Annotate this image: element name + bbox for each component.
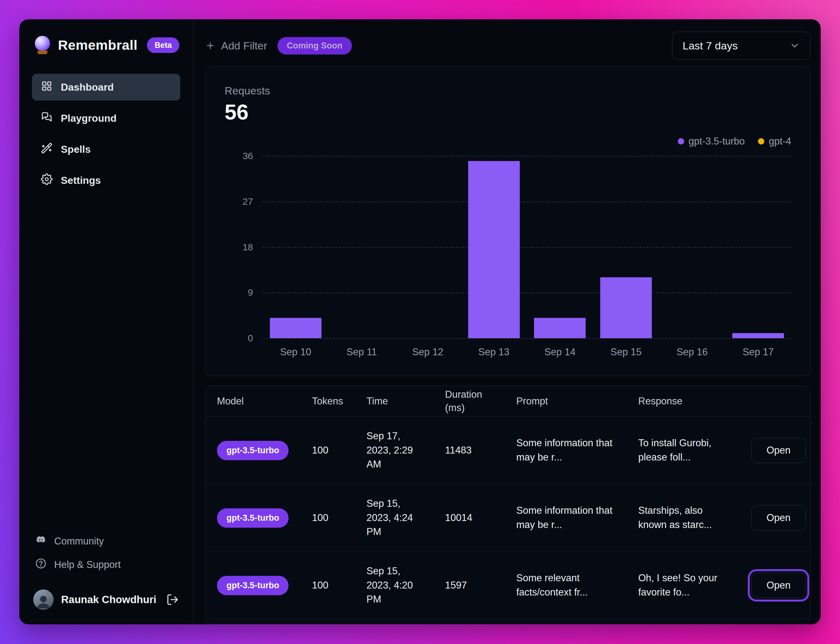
bar-sep-15-gpt-3-5-turbo[interactable] [600,277,652,338]
sidebar-nav: DashboardPlaygroundSpellsSettings [32,74,180,194]
open-cell: Open [751,505,806,531]
bars [263,156,791,338]
model-badge: gpt-3.5-turbo [217,576,288,595]
model-cell: gpt-3.5-turbo [217,508,312,528]
chevron-down-icon [789,40,800,51]
sidebar-item-label: Dashboard [61,81,114,93]
bar-column-sep-12 [395,156,461,338]
logo-row: Remembrall Beta [32,36,180,54]
plot-area [263,156,791,338]
avatar [33,590,54,610]
crystal-ball-logo [34,36,51,54]
tokens-cell: 100 [312,445,367,456]
sidebar-item-label: Settings [61,175,101,186]
response-cell: To install Gurobi, please foll... [638,436,727,465]
table-body: gpt-3.5-turbo100Sep 17, 2023, 2:29 AM114… [206,417,810,619]
bar-column-sep-17 [725,156,791,338]
requests-bar-chart: 09182736 [224,156,791,338]
legend-dot [758,138,764,145]
open-cell: Open [751,573,806,598]
dashboard-grid-icon [41,80,52,94]
chat-bubbles-icon [41,111,52,125]
prompt-cell: Some information that may be r... [516,436,617,465]
add-filter-button[interactable]: Add Filter Coming Soon [205,37,352,54]
sidebar-item-settings[interactable]: Settings [32,167,180,194]
add-filter-label: Add Filter [221,39,267,52]
bar-column-sep-15 [593,156,659,338]
x-axis-labels: Sep 10Sep 11Sep 12Sep 13Sep 14Sep 15Sep … [263,347,791,358]
x-tick-label: Sep 12 [395,347,461,358]
model-badge: gpt-3.5-turbo [217,508,288,528]
date-range-select[interactable]: Last 7 days [672,32,811,59]
footer-item-label: Community [54,536,104,547]
x-tick-label: Sep 10 [263,347,329,358]
model-badge: gpt-3.5-turbo [217,441,288,460]
requests-chart-card: Requests 56 gpt-3.5-turbogpt-4 09182736 … [205,67,811,376]
x-tick-label: Sep 15 [593,347,659,358]
open-button[interactable]: Open [751,505,806,531]
legend-label: gpt-4 [769,136,791,147]
magic-wand-icon [41,142,52,156]
prompt-cell: Some relevant facts/context fr... [516,571,617,600]
discord-icon [35,534,47,548]
column-header-time: Time [367,396,445,407]
duration-cell: 1597 [445,580,516,591]
response-cell: Starships, also known as starc... [638,504,727,532]
y-tick-label: 0 [248,333,253,343]
column-header-response: Response [638,396,751,407]
sidebar-item-dashboard[interactable]: Dashboard [32,74,180,100]
table-row: gpt-3.5-turbo100Sep 15, 2023, 4:20 PM159… [206,552,810,619]
model-cell: gpt-3.5-turbo [217,576,312,595]
time-cell: Sep 17, 2023, 2:29 AM [367,429,424,472]
column-header-duration-ms: Duration (ms) [445,388,499,414]
open-button[interactable]: Open [751,438,806,463]
bar-sep-14-gpt-3-5-turbo[interactable] [534,318,586,338]
table-row: gpt-3.5-turbo100Sep 15, 2023, 4:24 PM100… [206,484,810,552]
tokens-cell: 100 [312,580,367,591]
x-tick-label: Sep 17 [725,347,791,358]
sidebar-item-label: Playground [61,113,116,124]
y-tick-label: 36 [242,151,253,161]
column-header-prompt: Prompt [516,396,638,407]
time-cell: Sep 15, 2023, 4:24 PM [367,497,424,539]
chart-legend: gpt-3.5-turbogpt-4 [224,136,791,147]
logout-icon[interactable] [166,593,179,606]
user-name: Raunak Chowdhuri [61,594,159,606]
bar-column-sep-10 [263,156,329,338]
open-cell: Open [751,438,806,463]
bar-sep-17-gpt-3-5-turbo[interactable] [732,333,784,338]
y-tick-label: 18 [242,242,253,253]
sidebar: Remembrall Beta DashboardPlaygroundSpell… [19,19,193,624]
bar-column-sep-16 [659,156,725,338]
page-background: { "app": { "name": "Remembrall", "beta_l… [0,0,840,644]
model-cell: gpt-3.5-turbo [217,441,312,460]
tokens-cell: 100 [312,512,367,524]
sidebar-item-spells[interactable]: Spells [32,136,180,163]
legend-label: gpt-3.5-turbo [689,136,745,147]
user-row[interactable]: Raunak Chowdhuri [32,590,180,610]
legend-item-gpt-3-5-turbo: gpt-3.5-turbo [678,136,745,147]
app-title: Remembrall [58,38,138,53]
gridline [263,338,791,339]
bar-column-sep-11 [329,156,395,338]
duration-cell: 11483 [445,445,516,456]
open-button[interactable]: Open [751,573,806,598]
requests-metric-label: Requests [224,85,791,97]
help-circle-icon [35,558,47,572]
gear-icon [41,173,52,187]
bar-sep-13-gpt-3-5-turbo[interactable] [468,161,520,338]
column-header-model: Model [217,396,312,407]
coming-soon-badge: Coming Soon [277,37,352,54]
x-tick-label: Sep 16 [659,347,725,358]
bar-sep-10-gpt-3-5-turbo[interactable] [270,318,321,338]
time-cell: Sep 15, 2023, 4:20 PM [367,564,424,607]
y-tick-label: 9 [248,287,253,298]
duration-cell: 10014 [445,512,516,524]
legend-dot [678,138,684,145]
sidebar-item-playground[interactable]: Playground [32,105,180,131]
table-header: ModelTokensTimeDuration (ms)PromptRespon… [206,386,810,417]
x-tick-label: Sep 11 [329,347,395,358]
sidebar-item-community[interactable]: Community [35,534,177,548]
sidebar-item-help-support[interactable]: Help & Support [35,558,177,572]
x-tick-label: Sep 14 [527,347,593,358]
